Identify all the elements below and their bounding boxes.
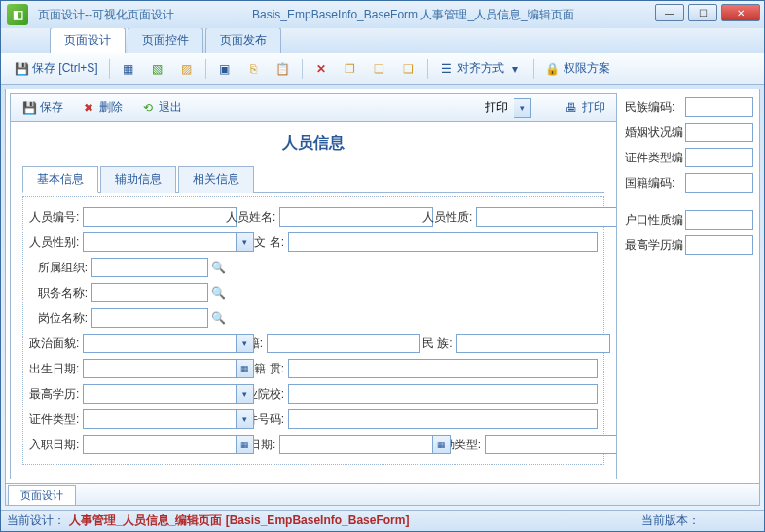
toolbar-btn-4[interactable]: ▣ xyxy=(212,59,237,79)
form-grid: 人员编号: 人员姓名: 人员性质:▾ 人员性别:▾ 英 文 名: 所属组织:🔍 … xyxy=(29,207,598,454)
toolbar-btn-5[interactable]: ⎘ xyxy=(241,59,267,79)
bottom-tab-design[interactable]: 页面设计 xyxy=(8,485,76,505)
cert-type-code-input[interactable] xyxy=(685,148,753,167)
close-button[interactable]: ✕ xyxy=(721,4,760,21)
maximize-button[interactable]: ☐ xyxy=(688,4,717,21)
toolbar-btn-1[interactable]: ▦ xyxy=(116,59,141,79)
field-nationality: 国 籍: xyxy=(226,334,420,353)
calendar-icon[interactable]: ▦ xyxy=(237,435,254,454)
statusbar: 当前设计： 人事管理_人员信息_编辑页面 [Basis_EmpBaseInfo_… xyxy=(1,510,764,531)
form-exit-button[interactable]: ⟲退出 xyxy=(135,97,187,118)
subtab-basic[interactable]: 基本信息 xyxy=(22,166,98,193)
subtab-aux[interactable]: 辅助信息 xyxy=(100,166,176,193)
field-emp-no: 人员编号: xyxy=(29,207,224,227)
toolbar-btn-9[interactable]: ❑ xyxy=(396,59,421,79)
content-area: 💾保存 ✖删除 ⟲退出 打印 ▾ 🖶打印 人员信息 基本信息 辅助信息 相关信息 xyxy=(5,89,760,506)
calendar-icon[interactable]: ▦ xyxy=(433,435,451,454)
toolbar-btn-6[interactable]: 📋 xyxy=(271,59,296,79)
country-code-input[interactable] xyxy=(685,173,753,193)
cert-type-input[interactable] xyxy=(83,409,237,429)
calendar-icon[interactable]: ▦ xyxy=(237,359,254,378)
ethnic-code-input[interactable] xyxy=(685,97,753,117)
attend-input[interactable] xyxy=(485,435,616,454)
dropdown-icon: ▾ xyxy=(507,61,523,77)
print-dropdown[interactable]: ▾ xyxy=(514,98,531,118)
emp-nature-input[interactable] xyxy=(476,207,616,227)
window-title-left: 页面设计--可视化页面设计 xyxy=(38,7,174,23)
field-emp-nature: 人员性质:▾ xyxy=(422,207,598,227)
politics-input[interactable] xyxy=(83,334,237,353)
subtab-related[interactable]: 相关信息 xyxy=(178,166,254,193)
toolbar-save[interactable]: 💾保存 [Ctrl+S] xyxy=(9,58,103,79)
layout-icon: ▦ xyxy=(121,61,136,77)
tab-page-publish[interactable]: 页面发布 xyxy=(205,27,281,53)
birth-input[interactable] xyxy=(83,359,237,378)
lookup-icon[interactable]: 🔍 xyxy=(210,308,226,328)
layers-icon: ❐ xyxy=(343,61,358,77)
ethnic-input[interactable] xyxy=(456,334,610,353)
lookup-icon[interactable]: 🔍 xyxy=(210,258,226,277)
minimize-button[interactable]: — xyxy=(655,4,684,21)
nationality-input[interactable] xyxy=(267,334,420,353)
form-delete-button[interactable]: ✖删除 xyxy=(76,97,128,118)
chevron-down-icon[interactable]: ▾ xyxy=(237,232,254,252)
emp-name-input[interactable] xyxy=(279,207,433,227)
duplicate-icon: ❏ xyxy=(372,61,387,77)
entry-input[interactable] xyxy=(83,435,237,454)
chevron-down-icon[interactable]: ▾ xyxy=(237,409,254,429)
emp-no-input[interactable] xyxy=(83,207,237,227)
toolbar-btn-2[interactable]: ▧ xyxy=(145,59,170,79)
save-icon: 💾 xyxy=(21,100,37,116)
field-leave: 离职日期:▦ xyxy=(226,435,420,454)
gender-input[interactable] xyxy=(83,232,237,252)
edu-code-input[interactable] xyxy=(685,235,753,255)
marriage-input[interactable] xyxy=(685,123,753,142)
job-input[interactable] xyxy=(91,283,208,302)
field-politics: 政治面貌:▾ xyxy=(29,334,224,353)
field-post: 岗位名称:🔍 xyxy=(29,308,598,328)
post-input[interactable] xyxy=(91,308,208,328)
status-version-label: 当前版本： xyxy=(641,513,700,529)
tab-page-design[interactable]: 页面设计 xyxy=(50,27,126,53)
status-label: 当前设计： xyxy=(7,513,65,529)
leave-input[interactable] xyxy=(279,435,433,454)
form-save-button[interactable]: 💾保存 xyxy=(17,97,68,118)
toolbar-btn-7[interactable]: ❐ xyxy=(338,59,363,79)
main-toolbar: 💾保存 [Ctrl+S] ▦ ▧ ▨ ▣ ⎘ 📋 ✕ ❐ ❏ ❑ ☰对齐方式▾ … xyxy=(1,53,764,85)
field-birth: 出生日期:▦ xyxy=(29,359,224,378)
field-school: 毕业院校: xyxy=(226,384,598,404)
separator xyxy=(427,59,428,79)
toolbar-permission[interactable]: 🔒权限方案 xyxy=(540,58,615,79)
rfield-hukou: 户口性质编 xyxy=(625,210,753,230)
toolbar-btn-8[interactable]: ❏ xyxy=(367,59,392,79)
form-toolbar: 💾保存 ✖删除 ⟲退出 打印 ▾ 🖶打印 xyxy=(11,94,616,122)
field-cert-no: 证件号码: xyxy=(226,409,598,429)
field-job: 职务名称:🔍 xyxy=(29,283,598,302)
toolbar-btn-3[interactable]: ▨ xyxy=(174,59,200,79)
window-title-center: Basis_EmpBaseInfo_BaseForm 人事管理_人员信息_编辑页… xyxy=(252,7,574,23)
edu-input[interactable] xyxy=(83,384,237,404)
en-name-input[interactable] xyxy=(288,232,598,252)
rfield-edu-code: 最高学历编 xyxy=(625,235,753,255)
separator xyxy=(302,59,303,79)
toolbar-align[interactable]: ☰对齐方式▾ xyxy=(434,58,528,79)
print-button[interactable]: 🖶打印 xyxy=(559,97,610,118)
tab-page-controls[interactable]: 页面控件 xyxy=(128,27,203,53)
app-logo-icon: ◧ xyxy=(7,4,28,25)
lookup-icon[interactable]: 🔍 xyxy=(210,283,226,302)
cert-no-input[interactable] xyxy=(288,409,598,429)
chevron-down-icon[interactable]: ▾ xyxy=(237,384,254,404)
field-entry: 入职日期:▦ xyxy=(29,435,224,454)
rfield-marriage: 婚姻状况编 xyxy=(625,123,753,142)
org-input[interactable] xyxy=(91,258,208,277)
chevron-down-icon[interactable]: ▾ xyxy=(237,334,254,353)
field-cert-type: 证件类型:▾ xyxy=(29,409,224,429)
toolbar-btn-delete[interactable]: ✕ xyxy=(309,59,334,79)
hukou-input[interactable] xyxy=(685,210,753,230)
school-input[interactable] xyxy=(288,384,598,404)
titlebar: ◧ 页面设计--可视化页面设计 Basis_EmpBaseInfo_BaseFo… xyxy=(1,1,764,28)
field-emp-name: 人员姓名: xyxy=(226,207,420,227)
native-input[interactable] xyxy=(288,359,598,378)
form-panel: 💾保存 ✖删除 ⟲退出 打印 ▾ 🖶打印 人员信息 基本信息 辅助信息 相关信息 xyxy=(10,93,617,479)
sub-tab-bar: 基本信息 辅助信息 相关信息 xyxy=(22,165,604,193)
